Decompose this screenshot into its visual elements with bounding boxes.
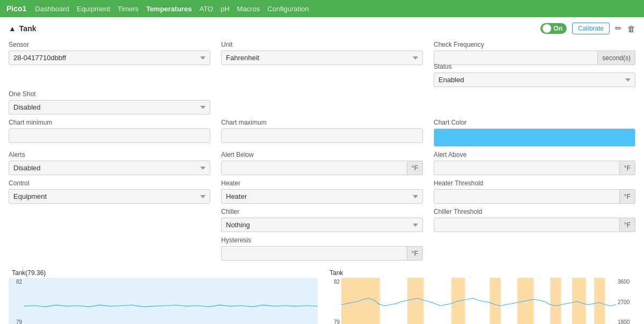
chart-max-input[interactable]: 82 — [221, 128, 423, 143]
alert-below-input-group: 77 °F — [221, 161, 423, 175]
toggle-label: On — [553, 25, 562, 32]
heater-thresh-group: Heater Threshold 79.25 °F — [434, 179, 635, 204]
right-chart-svg — [341, 278, 616, 324]
chiller-thresh-unit: °F — [620, 218, 635, 232]
chart-max-label: Chart maximum — [221, 119, 423, 126]
row-6: Chiller Nothing Chiller Threshold 82 °F — [9, 208, 635, 232]
control-select[interactable]: Equipment — [9, 189, 210, 204]
chiller-thresh-input[interactable]: 82 — [434, 218, 620, 232]
toggle-circle — [543, 24, 551, 33]
heater-thresh-input-group: 79.25 °F — [434, 189, 635, 204]
chart-min-group: Chart minimum 75 — [9, 119, 210, 147]
alerts-group: Alerts Disabled — [9, 151, 210, 175]
chiller-thresh-group: Chiller Threshold 82 °F — [434, 208, 635, 232]
svg-rect-6 — [550, 278, 561, 324]
svg-rect-8 — [594, 278, 605, 324]
sensor-group: Sensor 28-0417710dbbff — [9, 41, 210, 65]
left-y-mid: 79 — [9, 319, 24, 324]
one-shot-group: One Shot Disabled — [9, 90, 210, 114]
control-label: Control — [9, 179, 210, 187]
status-label: Status — [434, 63, 635, 70]
chiller-group: Chiller Nothing — [221, 208, 423, 232]
nav-ato[interactable]: ATO — [199, 5, 213, 13]
alert-above-group: Alert Above 81 °F — [434, 151, 635, 175]
collapse-icon[interactable]: ▲ — [9, 24, 16, 33]
nav-ph[interactable]: pH — [221, 5, 230, 13]
main-content: ▲ Tank On Calibrate ✏ 🗑 Sensor 28-041771… — [0, 17, 644, 324]
heater-thresh-unit: °F — [620, 189, 635, 204]
chart-min-label: Chart minimum — [9, 119, 210, 126]
alert-above-input-group: 81 °F — [434, 161, 635, 175]
right-chart-y-labels-left: 82 79 — [326, 278, 341, 324]
hysteresis-input-group: 0.25 °F — [221, 246, 423, 261]
hysteresis-input[interactable]: 0.25 — [221, 246, 407, 261]
right-chart: 82 79 3600 2700 1800 — [326, 278, 635, 324]
svg-rect-7 — [572, 278, 586, 324]
alert-below-unit: °F — [407, 161, 423, 175]
alert-below-label: Alert Below — [221, 151, 423, 159]
sensor-select[interactable]: 28-0417710dbbff — [9, 51, 210, 65]
left-chart: 82 79 — [9, 278, 318, 324]
row-4: Alerts Disabled Alert Below 77 °F Alert … — [9, 151, 635, 175]
chiller-thresh-input-group: 82 °F — [434, 218, 635, 232]
heater-thresh-label: Heater Threshold — [434, 179, 635, 187]
right-chart-title: Tank — [326, 268, 635, 278]
status-group: Status Enabled — [434, 63, 635, 87]
alerts-label: Alerts — [9, 151, 210, 159]
right-r-max: 3600 — [616, 279, 635, 285]
nav-dashboard[interactable]: Dashboard — [35, 5, 69, 13]
navbar: Pico1 Dashboard Equipment Timers Tempera… — [0, 0, 644, 17]
unit-label: Unit — [221, 41, 423, 48]
alert-above-input[interactable]: 81 — [434, 161, 620, 175]
alert-above-unit: °F — [620, 161, 635, 175]
heater-thresh-input[interactable]: 79.25 — [434, 189, 620, 204]
section-header: ▲ Tank On Calibrate ✏ 🗑 — [9, 23, 635, 34]
left-chart-y-labels: 82 79 — [9, 278, 24, 324]
chart-max-group: Chart maximum 82 — [221, 119, 423, 147]
row-3: Chart minimum 75 Chart maximum 82 Chart … — [9, 119, 635, 147]
row-5: Control Equipment Heater Heater Heater T… — [9, 179, 635, 204]
unit-select[interactable]: Fahrenheit — [221, 51, 423, 65]
chart-color-label: Chart Color — [434, 119, 635, 126]
right-r-min: 1800 — [616, 319, 635, 324]
hysteresis-group: Hysteresis 0.25 °F — [221, 236, 423, 261]
calibrate-button[interactable]: Calibrate — [572, 23, 610, 34]
one-shot-select[interactable]: Disabled — [9, 100, 210, 114]
chiller-select[interactable]: Nothing — [221, 218, 423, 232]
nav-macros[interactable]: Macros — [237, 5, 260, 13]
left-chart-wrapper: Tank(79.36) 82 79 — [9, 268, 318, 324]
alert-above-label: Alert Above — [434, 151, 635, 159]
brand: Pico1 — [6, 4, 26, 13]
alert-below-group: Alert Below 77 °F — [221, 151, 423, 175]
enable-toggle[interactable]: On — [540, 23, 567, 34]
nav-configuration[interactable]: Configuration — [267, 5, 309, 13]
left-y-max: 82 — [9, 279, 24, 285]
section-title: ▲ Tank — [9, 24, 36, 33]
right-chart-y-labels-right: 3600 2700 1800 — [616, 278, 635, 324]
sensor-label: Sensor — [9, 41, 210, 48]
svg-rect-1 — [341, 278, 380, 324]
heater-label: Heater — [221, 179, 423, 187]
nav-timers[interactable]: Timers — [118, 5, 138, 13]
alerts-select[interactable]: Disabled — [9, 161, 210, 175]
chart-color-group: Chart Color — [434, 119, 635, 147]
section-actions: On Calibrate ✏ 🗑 — [540, 23, 635, 34]
status-select[interactable]: Enabled — [434, 73, 635, 87]
delete-button[interactable]: 🗑 — [627, 24, 635, 33]
control-group: Control Equipment — [9, 179, 210, 204]
check-freq-group: Check Frequency 30 second(s) — [434, 41, 635, 65]
right-r-mid: 2700 — [616, 299, 635, 305]
nav-equipment[interactable]: Equipment — [77, 5, 110, 13]
nav-temperatures[interactable]: Temperatures — [146, 5, 192, 13]
hysteresis-unit: °F — [407, 246, 423, 261]
alert-below-input[interactable]: 77 — [221, 161, 407, 175]
svg-rect-0 — [24, 278, 318, 324]
chart-color-swatch[interactable] — [434, 128, 635, 147]
row-1: Sensor 28-0417710dbbff Unit Fahrenheit C… — [9, 41, 635, 65]
chart-min-input[interactable]: 75 — [9, 128, 210, 143]
edit-button[interactable]: ✏ — [615, 24, 622, 33]
tank-title: Tank — [19, 24, 36, 33]
svg-rect-2 — [407, 278, 424, 324]
heater-select[interactable]: Heater — [221, 189, 423, 204]
unit-group: Unit Fahrenheit — [221, 41, 423, 65]
